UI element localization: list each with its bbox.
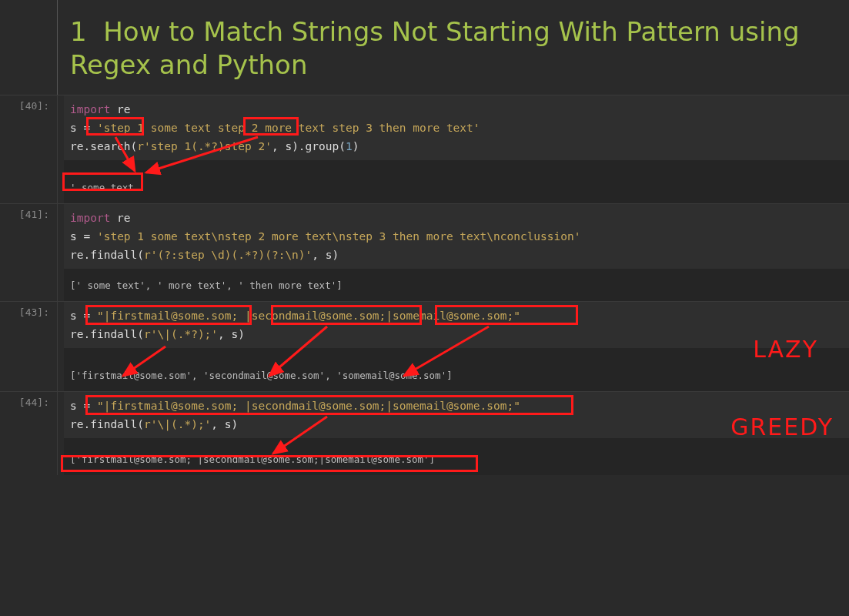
code-43[interactable]: s = "|firstmail@some.som; |secondmail@so… [64, 302, 849, 348]
prompt-43: [43]: [0, 302, 58, 391]
output-41: [' some text', ' more text', ' then more… [64, 269, 849, 301]
label-greedy: GREEDY [730, 409, 834, 446]
heading-content: 1 How to Match Strings Not Starting With… [58, 0, 849, 95]
cell-40-content: import re s = 'step 1 some text step 2 m… [58, 95, 849, 203]
output-40: ' some text ' [64, 160, 849, 203]
heading-text: How to Match Strings Not Starting With P… [70, 16, 800, 80]
cell-44-content: s = "|firstmail@some.som; |secondmail@so… [58, 392, 849, 475]
heading-number: 1 [70, 16, 87, 47]
prompt-44: [44]: [0, 392, 58, 475]
code-cell-44[interactable]: [44]: s = "|firstmail@some.som; |secondm… [0, 392, 849, 475]
heading-gutter [0, 0, 58, 95]
prompt-40: [40]: [0, 95, 58, 203]
cell-43-content: s = "|firstmail@some.som; |secondmail@so… [58, 302, 849, 391]
code-cell-40[interactable]: [40]: import re s = 'step 1 some text st… [0, 95, 849, 204]
code-cell-43[interactable]: [43]: s = "|firstmail@some.som; |secondm… [0, 302, 849, 392]
prompt-41: [41]: [0, 204, 58, 301]
code-40[interactable]: import re s = 'step 1 some text step 2 m… [64, 95, 849, 160]
label-lazy: LAZY [753, 331, 818, 368]
output-43: ['firstmail@some.som', 'secondmail@some.… [64, 348, 849, 391]
cell-41-content: import re s = 'step 1 some text\nstep 2 … [58, 204, 849, 301]
heading-row: 1 How to Match Strings Not Starting With… [0, 0, 849, 95]
page-title: 1 How to Match Strings Not Starting With… [64, 0, 849, 95]
code-cell-41[interactable]: [41]: import re s = 'step 1 some text\ns… [0, 204, 849, 302]
code-41[interactable]: import re s = 'step 1 some text\nstep 2 … [64, 204, 849, 269]
